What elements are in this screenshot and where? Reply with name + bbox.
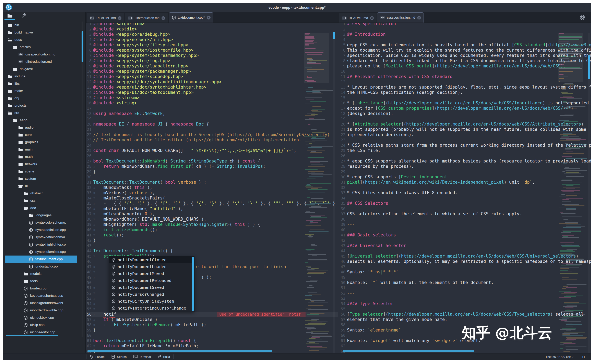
- code-line[interactable]: 10#include <eepp/system/packmanager.hpp>: [86, 69, 338, 74]
- code-line[interactable]: 20* [Attribute selector](https://develop…: [338, 122, 591, 127]
- sidebar-tab-settings[interactable]: [21, 13, 27, 19]
- code-line[interactable]: 2#include <cstdio>: [86, 26, 338, 32]
- code-line[interactable]: 13#include <eepp/ui/doc/syntaxhighlighte…: [86, 84, 338, 90]
- code-line[interactable]: 54#### Type Selector: [338, 301, 591, 306]
- tree-item[interactable]: graphics: [5, 138, 77, 146]
- code-line[interactable]: 35## CSS Selectors: [338, 201, 591, 206]
- tree-item[interactable]: syntaxdefinition.cpp: [5, 226, 77, 234]
- code-line[interactable]: 47: [338, 264, 591, 269]
- tree-item[interactable]: keyboardshortcut.cpp: [5, 292, 77, 299]
- code-line[interactable]: 48Syntax: `* ns|* *|*`: [338, 269, 591, 275]
- code-line[interactable]: 4#include <eepp/network/uri.hpp>: [86, 37, 338, 42]
- tree-item[interactable]: tools: [5, 278, 77, 285]
- code-line[interactable]: 17except for [CSS custom properties](htt…: [338, 106, 591, 111]
- tree-item[interactable]: border.cpp: [5, 285, 77, 292]
- tree-item[interactable]: uicheckbox.cpp: [5, 314, 77, 321]
- close-icon[interactable]: [207, 16, 211, 20]
- tree-item[interactable]: core: [5, 131, 77, 138]
- code-line[interactable]: 27* eepp CSS supports alternative path m…: [338, 158, 591, 164]
- code-line[interactable]: 14the HTML+CSS specification (design dec…: [338, 90, 591, 95]
- code-line[interactable]: 24: [86, 143, 338, 148]
- tree-item[interactable]: projects: [5, 102, 77, 109]
- code-line[interactable]: 36»mDefaultFileName( "untitled" ),: [86, 206, 338, 211]
- code-line[interactable]: 22// Text document is loosely based on t…: [86, 132, 338, 137]
- tree-item[interactable]: build_native: [5, 29, 77, 36]
- sidebar-tab-files[interactable]: [7, 13, 13, 19]
- code-line[interactable]: 43#### Universal Selector: [338, 243, 591, 248]
- sidebar-scrollbar-track[interactable]: [81, 21, 83, 337]
- code-line[interactable]: 31pixel](https://en.wikipedia.org/wiki/D…: [338, 180, 591, 185]
- code-line[interactable]: 22implementation decisions).: [338, 132, 591, 137]
- tab-readme-md[interactable]: README.md: [339, 13, 377, 23]
- code-line[interactable]: 33»mVerbose( verbose ),: [86, 190, 338, 195]
- code-line[interactable]: 28»return mNonWordChars.find_first_of( c…: [86, 164, 338, 169]
- tab-uiintroduction-md[interactable]: uiintroduction.md: [125, 13, 168, 23]
- popup-item[interactable]: notifyDocumentReloaded: [109, 277, 194, 284]
- tree-item[interactable]: uibackgrounddrawabl: [5, 299, 77, 307]
- code-line[interactable]: 26: [338, 153, 591, 158]
- tree-item[interactable]: uiborderdrawable.cpp: [5, 307, 77, 314]
- tree-item[interactable]: include: [5, 73, 77, 80]
- code-line[interactable]: 62: [338, 343, 591, 349]
- tree-item[interactable]: syntaxcolorscheme.: [5, 219, 77, 226]
- tree-item[interactable]: libs: [5, 80, 77, 87]
- popup-item[interactable]: notifyDocumentClosed: [109, 256, 194, 263]
- tree-item[interactable]: models: [5, 270, 77, 278]
- code-line[interactable]: 40»initializeCommands();: [86, 227, 338, 232]
- code-line[interactable]: 38: [338, 216, 591, 222]
- code-line[interactable]: 56[Type selector](https://developer.mozi…: [338, 312, 591, 317]
- popup-item[interactable]: notifyInterstingCursorChange: [109, 305, 194, 312]
- code-line[interactable]: 57elements that have the given node name…: [338, 317, 591, 322]
- tree-item[interactable]: textdocument.cpp: [5, 255, 77, 263]
- code-line[interactable]: 30* eepp CSS supports [Device-independen…: [338, 174, 591, 180]
- code-line[interactable]: 2: [338, 26, 591, 32]
- code-line[interactable]: 32: [338, 185, 591, 190]
- minimap-right[interactable]: [558, 33, 583, 353]
- tree-item[interactable]: scene: [5, 168, 77, 175]
- tree-item[interactable]: articles: [5, 44, 77, 51]
- code-line[interactable]: 15: [338, 95, 591, 100]
- code-line[interactable]: 16#include <string>: [86, 100, 338, 106]
- code-line[interactable]: 44: [338, 248, 591, 254]
- code-line[interactable]: 18using namespace EE::Network;: [86, 111, 338, 116]
- tree-item[interactable]: undostack.cpp: [5, 263, 77, 270]
- code-line[interactable]: 61bool TextDocument::hasFilepath() const…: [86, 338, 338, 343]
- code-line[interactable]: 9#include <eepp/system/luapattern.hpp>: [86, 63, 338, 69]
- tree-item[interactable]: obj: [5, 95, 77, 102]
- code-line[interactable]: 33* CSS files should be always UTF-8 enc…: [338, 190, 591, 195]
- code-line[interactable]: 52---: [338, 291, 591, 296]
- tab-textdocument-cpp-[interactable]: textdocument.cpp*: [169, 12, 213, 23]
- code-line[interactable]: 51: [338, 285, 591, 291]
- code-line[interactable]: 42}: [86, 238, 338, 243]
- code-line[interactable]: 45[Universal selector](https://developer…: [338, 254, 591, 259]
- hscrollbar-left-thumb[interactable]: [88, 350, 272, 352]
- tab-readme-md[interactable]: README.md: [87, 13, 124, 23]
- code-line[interactable]: 59}: [86, 327, 338, 333]
- code-line[interactable]: 21: [86, 127, 338, 132]
- code-line[interactable]: 27bool TextDocument::isNonWord( String::…: [86, 158, 338, 164]
- code-line[interactable]: 44TextDocument::~TextDocument() {: [86, 248, 338, 254]
- terminal-button[interactable]: Terminal: [130, 353, 154, 360]
- code-line[interactable]: 7#include <eepp/system/iostreammemory.hp…: [86, 53, 338, 58]
- tree-item[interactable]: docs: [5, 36, 77, 44]
- tree-item[interactable]: syntaxhighlighter.cp: [5, 241, 77, 248]
- locate-button[interactable]: Locate: [87, 353, 108, 360]
- tree-item[interactable]: math: [5, 153, 77, 161]
- code-line[interactable]: 10: [338, 69, 591, 74]
- popup-item[interactable]: notifyDocumentSaved: [109, 284, 194, 291]
- tree-item[interactable]: audio: [5, 124, 77, 131]
- code-line[interactable]: 1# CSS Specification: [338, 23, 591, 26]
- tree-item[interactable]: cssspecification.md: [5, 51, 77, 58]
- code-editor-right[interactable]: 1# CSS Specification23## Introduction45e…: [338, 23, 591, 353]
- code-line[interactable]: 5eepp CSS custom implementation is heavi…: [338, 42, 591, 47]
- code-line[interactable]: 15#include <sstream>: [86, 95, 338, 100]
- tree-item[interactable]: make: [5, 87, 77, 95]
- code-line[interactable]: 29: [338, 169, 591, 174]
- code-line[interactable]: 4: [338, 37, 591, 42]
- code-line[interactable]: 8standard will be directly linked to the…: [338, 58, 591, 63]
- tree-item[interactable]: doxyrest: [5, 65, 77, 73]
- code-line[interactable]: 58»»FileSystem::fileRemove( mFilePath );: [86, 322, 338, 327]
- code-line[interactable]: 19: [338, 116, 591, 122]
- code-line[interactable]: 39---: [338, 222, 591, 227]
- code-line[interactable]: 1#include <algorithm>: [86, 23, 338, 26]
